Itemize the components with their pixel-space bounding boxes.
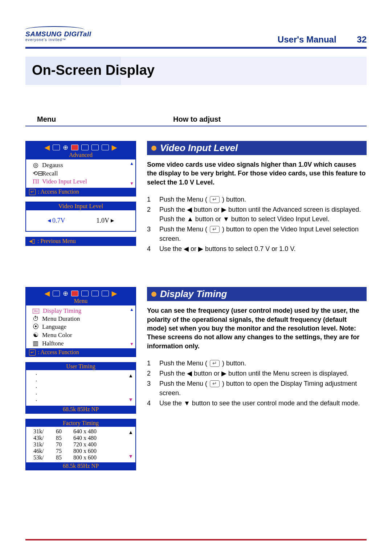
step-text: Push the Menu ( ↵ ) button. <box>159 358 246 368</box>
header-rule <box>25 47 367 49</box>
cell-hz: 75 <box>56 448 67 454</box>
cell-khz: 43k/ <box>33 435 49 441</box>
osd-item-selected: Hz Display Timing <box>33 307 133 315</box>
section-heading: Video Input Level <box>160 142 238 154</box>
hz-icon: Hz <box>33 309 39 313</box>
osd-item-label: Degauss <box>42 162 63 169</box>
scroll-down-icon: ▼ <box>130 181 134 186</box>
section-heading-bar: Display Timing <box>147 287 367 301</box>
duration-icon: ⏱ <box>33 315 38 323</box>
section-intro: Some video cards use video signals highe… <box>147 160 367 187</box>
table-title: User Timing <box>26 363 135 370</box>
osd-subtitle: Advanced <box>26 152 135 159</box>
step-text: Push the ◀ button or ▶ button until the … <box>159 205 367 224</box>
factory-timing-table: Factory Timing ▲ ▼ 31k/60640 x 48043k/85… <box>25 419 136 470</box>
cell-khz: 53k/ <box>33 454 49 461</box>
table-row: 53k/85800 x 600 <box>33 454 126 461</box>
osd-item: ⟲⊟ Recall <box>33 169 133 178</box>
cell-res: 640 x 480 <box>73 435 126 441</box>
step-text: Use the ◀ or ▶ buttons to select 0.7 V o… <box>159 244 296 254</box>
cell-res: 720 x 400 <box>73 441 126 448</box>
osd-tabbar: ◀ ⊕ ▶ <box>26 142 135 152</box>
cell-res: 800 x 600 <box>73 448 126 454</box>
section-steps: 1Push the Menu ( ↵ ) button. 2Push the ◀… <box>147 195 367 254</box>
tab-icon <box>71 145 78 150</box>
manual-label: User's Manual <box>278 35 336 44</box>
osd-footer-text: : Access Function <box>38 349 79 356</box>
step-text: Push the Menu ( ↵ ) button to open the V… <box>159 224 367 243</box>
osd-item: ◎ Degauss <box>33 161 133 169</box>
table-status: 68.5k 85Hz NP <box>26 406 135 413</box>
section-heading-bar: Video Input Level <box>147 141 367 155</box>
nav-right-icon: ▶ <box>112 289 117 297</box>
column-headers: Menu How to adjust <box>25 115 367 123</box>
language-icon: ⦿ <box>33 323 38 331</box>
osd-menu-window: ◀ ⊕ ▶ Menu ▲ Hz Display Ti <box>25 287 136 357</box>
nav-left-icon: ◀ <box>45 289 50 297</box>
cell-khz: 31k/ <box>33 428 49 435</box>
section-intro: You can see the frequency (user control … <box>147 306 367 350</box>
table-row: 46k/75800 x 600 <box>33 448 126 454</box>
page: SAMSUNG DIGITall everyone's invited™ Use… <box>0 0 392 555</box>
tab-icon <box>53 291 60 296</box>
tab-icon: ⊕ <box>63 143 68 151</box>
step-text: Push the Menu ( ↵ ) button. <box>159 195 246 204</box>
step-text: Push the Menu ( ↵ ) button to open the D… <box>159 379 367 398</box>
prev-menu-text: : Previous Menu <box>37 238 76 244</box>
tab-icon <box>91 145 99 150</box>
osd-item-label: Video Input Level <box>42 178 87 185</box>
cell-hz: 85 <box>56 435 67 441</box>
scroll-up-icon: ▲ <box>130 161 134 166</box>
table-status: 68.5k 85Hz NP <box>26 462 135 470</box>
halftone-icon: ▥ <box>33 340 38 347</box>
recall-icon: ⟲⊟ <box>33 170 38 177</box>
table-row: 31k/70720 x 400 <box>33 441 126 448</box>
cell-hz: 85 <box>56 454 67 461</box>
nav-right-icon: ▶ <box>112 143 117 151</box>
cell-khz: 46k/ <box>33 448 49 454</box>
scroll-up-icon: ▲ <box>130 307 134 312</box>
enter-icon: ↵ <box>210 196 220 203</box>
scroll-down-icon: ▼ <box>130 341 134 347</box>
osd-item-label: Menu Duration <box>42 315 80 323</box>
page-title: On-Screen Display <box>32 62 373 78</box>
section-steps: 1Push the Menu ( ↵ ) button. 2Push the ◀… <box>147 358 367 408</box>
footer-rule <box>25 539 367 540</box>
osd-item-label: Language <box>42 323 66 331</box>
prev-menu-icon: ◂▯ <box>29 238 35 244</box>
enter-key-icon: ↵ <box>29 189 36 195</box>
nav-left-icon: ◀ <box>45 143 50 151</box>
enter-icon: ↵ <box>210 360 220 367</box>
osd-item-selected: ΠΙ Video Input Level <box>33 178 133 186</box>
col-header-menu: Menu <box>25 115 173 123</box>
tab-icon <box>102 291 109 296</box>
tab-icon <box>91 291 99 296</box>
tab-icon <box>53 145 60 150</box>
osd-item-label: Recall <box>42 170 58 177</box>
osd-subtitle: Menu <box>26 298 135 305</box>
panel-title: Video Input Level <box>26 202 135 210</box>
tab-icon <box>102 145 109 150</box>
scroll-up-icon: ▲ <box>128 373 133 379</box>
osd-vil-panel: Video Input Level 0.7V 1.0V <box>25 202 136 232</box>
bullet-icon <box>151 292 156 297</box>
osd-item-label: Menu Color <box>42 332 72 339</box>
enter-key-icon: ↵ <box>29 349 36 356</box>
cell-khz: 31k/ <box>33 441 49 448</box>
scroll-down-icon: ▼ <box>128 397 133 403</box>
tab-icon: ⊕ <box>63 289 68 297</box>
table-row: 43k/85640 x 480 <box>33 435 126 441</box>
col-header-howto: How to adjust <box>173 115 221 123</box>
vil-07v: 0.7V <box>48 217 65 224</box>
section-heading: Display Timing <box>160 288 227 300</box>
osd-advanced-window: ◀ ⊕ ▶ Advanced ▲ ◎ Degauss <box>25 141 136 197</box>
tab-icon <box>81 145 89 150</box>
degauss-icon: ◎ <box>33 161 38 169</box>
enter-icon: ↵ <box>210 380 220 387</box>
table-row: 31k/60640 x 480 <box>33 428 126 435</box>
cell-res: 640 x 480 <box>73 428 126 435</box>
cell-hz: 70 <box>56 441 67 448</box>
page-number: 32 <box>357 35 367 44</box>
manual-header: User's Manual 32 <box>278 35 367 45</box>
scroll-down-icon: ▼ <box>128 454 133 459</box>
